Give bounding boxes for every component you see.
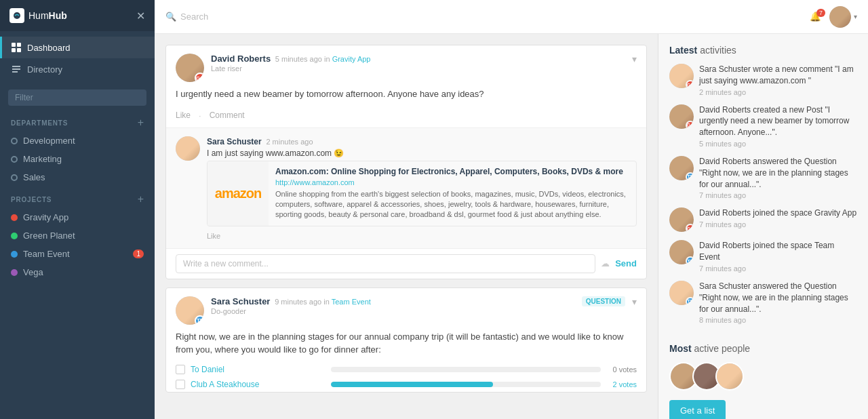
activity-text-2: David Roberts created a new Post "I urge… — [699, 104, 857, 148]
comment-content-1: Sara Schuster 2 minutes ago I am just sa… — [207, 136, 637, 240]
dept-dot-sales — [11, 174, 18, 181]
departments-add-button[interactable]: + — [138, 117, 144, 129]
sidebar-item-development[interactable]: Development — [0, 132, 155, 150]
project-dot-gravity — [11, 214, 18, 221]
activity-avatar-4: GA — [669, 207, 694, 232]
link-preview-desc-1: Online shopping from the earth's biggest… — [275, 189, 629, 220]
link-preview-1: amazon Amazon.com: Online Shopping for E… — [207, 161, 637, 226]
post-space-badge-ga: GA — [195, 73, 204, 82]
sidebar-item-marketing[interactable]: Marketing — [0, 150, 155, 168]
marketing-label: Marketing — [23, 154, 62, 164]
activity-text-6: Sara Schuster answered the Question "Rig… — [699, 281, 857, 324]
activity-text-4: David Roberts joined the space Gravity A… — [699, 207, 857, 232]
activity-badge-6: TE — [686, 297, 694, 305]
projects-add-button[interactable]: + — [138, 193, 144, 205]
active-avatars — [669, 362, 857, 391]
poll-label-1: To Daniel — [191, 365, 326, 374]
post-menu-button-2[interactable]: ▾ — [632, 296, 637, 307]
activity-item-2: GA David Roberts created a new Post "I u… — [669, 104, 857, 148]
right-panel: Latest activities GA Sara Schuster wrote… — [658, 34, 868, 419]
search-input[interactable] — [180, 12, 803, 22]
comment-input-1[interactable] — [176, 254, 595, 273]
comment-author-name-1: Sara Schuster — [207, 137, 262, 146]
like-button-1[interactable]: Like — [176, 111, 191, 120]
team-event-label: Team Event — [23, 249, 70, 259]
sidebar-item-dashboard[interactable]: Dashboard — [0, 37, 155, 58]
cloud-icon: ☁ — [601, 258, 610, 268]
latest-activities-section: Latest activities GA Sara Schuster wrote… — [669, 45, 857, 332]
activity-badge-3: TE — [686, 172, 694, 180]
sidebar-item-directory[interactable]: Directory — [0, 58, 155, 80]
project-dot-green — [11, 233, 18, 239]
link-preview-image-1: amazon — [208, 161, 269, 226]
poll-bar-wrap-1 — [331, 367, 601, 372]
user-avatar-wrap[interactable]: ▾ — [829, 6, 857, 28]
content-area: GA David Roberts 5 minutes ago in Gravit… — [155, 34, 868, 419]
logo-icon — [9, 8, 24, 23]
sales-label: Sales — [23, 172, 45, 182]
departments-section-header: DEPARTMENTS + — [0, 110, 155, 132]
post-author-avatar-2: TE — [176, 296, 204, 325]
sidebar-item-team-event[interactable]: Team Event 1 — [0, 245, 155, 263]
svg-rect-3 — [12, 48, 16, 52]
activity-time-1: 2 minutes ago — [699, 88, 857, 96]
activity-item-4: GA David Roberts joined the space Gravit… — [669, 207, 857, 232]
comment-text-1: I am just saying www.amazon.com 😉 — [207, 148, 637, 158]
feed: GA David Roberts 5 minutes ago in Gravit… — [155, 34, 658, 419]
svg-rect-1 — [12, 43, 16, 47]
post-header-2: TE Sara Schuster 9 minutes ago in Team E… — [166, 288, 646, 330]
activity-item-5: TE David Roberts joined the space Team E… — [669, 240, 857, 273]
poll-checkbox-1[interactable] — [176, 365, 185, 374]
development-label: Development — [23, 136, 75, 146]
project-dot-team — [11, 251, 18, 258]
post-card-2: TE Sara Schuster 9 minutes ago in Team E… — [165, 287, 647, 393]
activity-avatar-6: TE — [669, 281, 694, 305]
latest-activities-title: Latest activities — [669, 45, 857, 56]
post-time-2: 9 minutes ago in Team Event — [273, 298, 371, 306]
send-button-1[interactable]: Send — [615, 258, 637, 268]
activity-text-3: David Roberts answered the Question "Rig… — [699, 156, 857, 199]
activity-avatar-1: GA — [669, 64, 694, 88]
poll-votes-1: 0 votes — [606, 365, 637, 374]
activity-badge-2: GA — [686, 121, 694, 129]
activity-time-5: 7 minutes ago — [699, 264, 857, 273]
sidebar-item-sales[interactable]: Sales — [0, 168, 155, 186]
post-menu-button-1[interactable]: ▾ — [632, 54, 637, 64]
post-subtitle-2: Do-gooder — [211, 307, 575, 315]
notification-badge: 7 — [816, 9, 825, 17]
activity-desc-4: David Roberts joined the space Gravity A… — [699, 207, 857, 219]
activity-desc-6: Sara Schuster answered the Question "Rig… — [699, 281, 857, 315]
avatar-face — [829, 6, 851, 28]
sidebar-close-button[interactable]: ✕ — [136, 9, 145, 22]
chevron-down-icon: ▾ — [854, 13, 857, 20]
project-dot-vega — [11, 269, 18, 276]
poll-option-1: To Daniel 0 votes — [166, 362, 646, 377]
comment-button-1[interactable]: Comment — [210, 111, 245, 120]
sidebar-filter-input[interactable] — [8, 89, 146, 106]
post-author-name-2: Sara Schuster — [211, 296, 270, 306]
comment-like-1[interactable]: Like — [207, 232, 637, 240]
activity-desc-3: David Roberts answered the Question "Rig… — [699, 156, 857, 190]
post-meta-1: David Roberts 5 minutes ago in Gravity A… — [211, 54, 625, 73]
sidebar-navigation: Dashboard Directory — [0, 31, 155, 85]
user-avatar — [829, 6, 851, 28]
get-list-button[interactable]: Get a list — [669, 400, 726, 419]
activity-text-5: David Roberts joined the space Team Even… — [699, 240, 857, 273]
comment-time-1: 2 minutes ago — [264, 138, 313, 146]
active-avatar-3 — [715, 362, 744, 391]
post-card-1: GA David Roberts 5 minutes ago in Gravit… — [165, 45, 647, 279]
activity-item-3: TE David Roberts answered the Question "… — [669, 156, 857, 199]
link-preview-url-1[interactable]: http://www.amazon.com — [275, 178, 629, 186]
post-author-avatar-1: GA — [176, 54, 204, 82]
vega-label: Vega — [23, 267, 43, 277]
sidebar-item-gravity-app[interactable]: Gravity App — [0, 208, 155, 226]
sidebar-item-vega[interactable]: Vega — [0, 263, 155, 281]
svg-rect-2 — [17, 43, 21, 47]
sidebar-item-green-planet[interactable]: Green Planet — [0, 226, 155, 245]
poll-bar-2 — [331, 382, 493, 387]
topbar: 🔍 🔔 7 ▾ — [155, 0, 868, 34]
activity-badge-5: TE — [686, 256, 694, 264]
notifications-button[interactable]: 🔔 7 — [810, 12, 821, 22]
dashboard-label: Dashboard — [27, 43, 71, 53]
poll-checkbox-2[interactable] — [176, 380, 185, 389]
